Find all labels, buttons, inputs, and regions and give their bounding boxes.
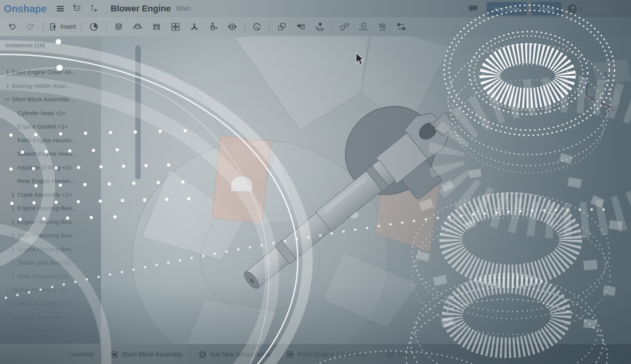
- chevron-down-icon[interactable]: ❯: [5, 97, 11, 101]
- chevron-right-icon[interactable]: ❯: [11, 192, 15, 198]
- sidebar-item-bearing-holder[interactable]: ❯Bearing Holder Asse...: [0, 79, 101, 93]
- comments-icon[interactable]: [468, 3, 480, 15]
- rack-pinion-relation-icon[interactable]: [355, 20, 372, 34]
- pin-slot-mate-icon[interactable]: [224, 20, 241, 34]
- chevron-right-icon[interactable]: ❯: [5, 69, 9, 75]
- chevron-right-icon[interactable]: ❯: [5, 287, 9, 293]
- assembly-toolbar: Insert: [0, 17, 631, 36]
- document-tab-bar: assembly Short Block Assembly fuel tank …: [0, 344, 631, 364]
- app-store-button[interactable]: App Store: [487, 2, 527, 15]
- mate-connector-icon[interactable]: [292, 20, 310, 34]
- chevron-right-icon[interactable]: ❯: [5, 83, 9, 89]
- chevron-right-icon[interactable]: ❯: [11, 232, 15, 238]
- chevron-right-icon[interactable]: ❯: [5, 314, 9, 320]
- part-studio-icon: [199, 351, 207, 358]
- sidebar-item-crank-assembly[interactable]: ❯Crank Assembly <1>: [0, 188, 101, 202]
- part-studio-icon: [386, 351, 394, 358]
- sidebar-item-rear-engine-housing[interactable]: Rear Engine Housin...: [0, 174, 101, 188]
- triad-top-label: Top: [602, 71, 613, 80]
- user-menu[interactable]: Neil Co: [588, 5, 631, 13]
- sidebar-item-mate-features[interactable]: ❯Mate Features (10): [0, 269, 101, 283]
- tab-assembly[interactable]: assembly: [59, 344, 103, 364]
- sidebar-item-module-assembly[interactable]: ❯Module Assembly <1>: [0, 297, 101, 310]
- sidebar-item-muffler-assembly[interactable]: ❯Muffler Assembly <1>: [0, 283, 101, 297]
- belt-relation-icon[interactable]: [393, 20, 410, 34]
- undo-button[interactable]: [3, 20, 21, 34]
- chevron-right-icon[interactable]: ❯: [11, 273, 15, 279]
- instance-tree: Origin ❯Front Engine Cover As... ❯Bearin…: [0, 52, 101, 338]
- sidebar-item-front-engine-cover[interactable]: ❯Front Engine Cover As...: [0, 65, 101, 79]
- redo-button[interactable]: [22, 20, 39, 34]
- chevron-right-icon[interactable]: ❯: [11, 246, 15, 252]
- tab-short-block-assembly[interactable]: Short Block Assembly: [103, 344, 191, 364]
- insert-button-label: Insert: [60, 23, 76, 30]
- sidebar-item-engine-housing-bearing-2[interactable]: ❯Engine Housing Bea...: [0, 215, 101, 229]
- chevron-right-icon[interactable]: ❯: [11, 259, 15, 265]
- sidebar-item-gasket-engine-housing[interactable]: Gasket-Engine Hous...: [0, 147, 101, 161]
- instances-title: Instances (16): [0, 36, 101, 52]
- snapshot-clock-icon[interactable]: [85, 20, 103, 34]
- chevron-right-icon[interactable]: ❯: [5, 301, 9, 306]
- instances-panel: Instances (16) Origin ❯Front Engine Cove…: [0, 36, 101, 344]
- tab-front-engine-cover-assembly[interactable]: Front Engine Cover Ass...: [278, 344, 378, 364]
- assembly-icon: [286, 351, 294, 358]
- onshape-logo[interactable]: Onshape: [4, 3, 47, 15]
- chevron-right-icon[interactable]: ❯: [11, 205, 15, 211]
- document-title: Blower Engine: [110, 4, 171, 14]
- triad-front-label: Front: [589, 95, 603, 107]
- versions-history-icon[interactable]: [71, 3, 83, 15]
- sidebar-item-origin[interactable]: Origin: [0, 52, 101, 65]
- gear-relation-icon[interactable]: [336, 20, 353, 34]
- workspace-label[interactable]: Main: [176, 5, 191, 13]
- planar-mate-icon[interactable]: [167, 20, 184, 34]
- scroll-strip: [135, 45, 141, 179]
- sidebar-item-short-block-assembly[interactable]: ❯Short Block Assembly...: [0, 93, 101, 106]
- sidebar-item-cylinder-head[interactable]: Cylinder head <1>: [0, 106, 101, 120]
- cylindrical-mate-icon[interactable]: [205, 20, 222, 34]
- revolute-mate-icon[interactable]: [129, 20, 146, 34]
- main-menu-button[interactable]: [54, 3, 66, 15]
- chevron-right-icon[interactable]: ❯: [11, 219, 15, 225]
- screw-relation-icon[interactable]: [374, 20, 391, 34]
- insert-button[interactable]: Insert: [47, 20, 78, 34]
- ball-mate-icon[interactable]: [186, 20, 203, 34]
- insert-entities-icon[interactable]: [88, 3, 99, 15]
- crankshaft-part[interactable]: [213, 73, 481, 316]
- sidebar-item-starter-pole-assembly[interactable]: ❯Starter pole assemb...: [0, 256, 101, 270]
- onshape-app-window: Top Front Onshape Blower Engine Main App…: [0, 0, 631, 364]
- help-icon[interactable]: ?: [568, 4, 577, 13]
- manipulator-icon[interactable]: [311, 20, 329, 34]
- group-icon[interactable]: [273, 20, 291, 34]
- tab-engine[interactable]: Eng...: [378, 344, 422, 364]
- sidebar-item-engine-housing-bearing-3[interactable]: ❯Engine Housing Bea...: [0, 229, 101, 243]
- slider-mate-icon[interactable]: [148, 20, 165, 34]
- sidebar-item-engine-gasket[interactable]: Engine Gasket <1>: [0, 120, 101, 134]
- sidebar-item-insulator-o-ring[interactable]: Insulator O-Ring <1>: [0, 161, 101, 174]
- rotate-tool-icon[interactable]: [248, 20, 266, 34]
- sidebar-item-engine-housing-bearing-4[interactable]: ❯Engine Housing Bea...: [0, 242, 101, 256]
- sidebar-item-insulator-assembly[interactable]: ❯Insulator Assembly <1>: [0, 310, 101, 324]
- fastened-mate-icon[interactable]: [110, 20, 127, 34]
- sidebar-item-assembly[interactable]: Assembly <1>: [0, 324, 101, 338]
- assembly-icon: [110, 351, 118, 358]
- sidebar-item-engine-housing-bearing-1[interactable]: ❯Engine Housing Bea...: [0, 202, 101, 215]
- share-button[interactable]: Share: [532, 2, 562, 15]
- sidebar-item-front-engine-housing[interactable]: Front Engine Housin...: [0, 133, 101, 147]
- view-triad[interactable]: Top Front: [581, 59, 631, 112]
- app-header: Onshape Blower Engine Main App Store Sha…: [0, 0, 631, 17]
- tab-fuel-tank-components[interactable]: fuel tank components: [191, 344, 278, 364]
- chevron-down-icon[interactable]: ▾: [579, 6, 582, 12]
